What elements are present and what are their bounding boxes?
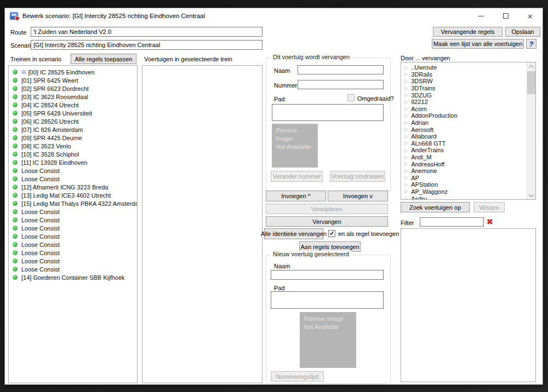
- provider-item[interactable]: ▷AndreasHoff: [401, 160, 526, 168]
- train-item[interactable]: [09] SPR 4425 Deurne: [9, 134, 137, 142]
- train-item[interactable]: Loose Consist: [9, 249, 137, 257]
- train-item[interactable]: [03] IC 3623 Roosendaal: [9, 93, 137, 101]
- expander-icon: ▷: [404, 113, 408, 118]
- provider-item[interactable]: ▷ALn668 GTT: [401, 140, 526, 147]
- naam-input[interactable]: [298, 65, 384, 74]
- train-item[interactable]: Loose Consist: [9, 166, 137, 175]
- trains-list: ▤[00] IC 28525 Eindhoven[01] SPR 6425 We…: [9, 66, 137, 281]
- train-item[interactable]: [01] SPR 6425 Weert: [9, 76, 137, 84]
- train-item[interactable]: Loose Consist: [9, 232, 137, 240]
- train-item[interactable]: [07] IC 826 Amsterdam: [9, 125, 137, 134]
- expander-icon: ▷: [404, 196, 408, 200]
- invoegen-omhoog-button[interactable]: Invoegen ^: [266, 191, 326, 201]
- provider-item[interactable]: ▷3DSRW: [401, 78, 526, 85]
- minimize-icon: [478, 16, 484, 16]
- filter-input[interactable]: [420, 217, 484, 227]
- train-item[interactable]: Loose Consist: [9, 240, 137, 249]
- preview-line1: Preview Image: [276, 126, 314, 143]
- green-bullet-icon: [13, 111, 18, 116]
- train-item[interactable]: [02] SPR 6623 Dordrecht: [9, 84, 137, 93]
- provider-item[interactable]: ▷3DRails: [401, 71, 526, 78]
- provider-item[interactable]: ▷AP_Waggonz: [401, 188, 526, 195]
- vervangende-regels-button[interactable]: Vervangende regels: [433, 27, 503, 37]
- close-button[interactable]: ×: [518, 8, 543, 24]
- train-item[interactable]: [13] Ledig Mat ICE3 4602 Utrecht: [9, 191, 137, 199]
- train-item[interactable]: [10] IC 3528 Schiphol: [9, 150, 137, 158]
- trains-listbox[interactable]: ▤[00] IC 28525 Eindhoven[01] SPR 6425 We…: [8, 65, 138, 383]
- pad-textarea[interactable]: [272, 104, 384, 121]
- en-als-regel-checkbox[interactable]: ✓: [328, 230, 335, 237]
- green-bullet-icon: [13, 275, 18, 280]
- green-bullet-icon: [13, 217, 18, 222]
- train-item[interactable]: ▤[00] IC 28525 Eindhoven: [9, 68, 137, 76]
- train-item[interactable]: [06] IC 28526 Utrecht: [9, 117, 137, 125]
- provider-item[interactable]: ▷AddonProduction: [401, 112, 526, 119]
- provider-item[interactable]: ▷AnderTrains: [401, 147, 526, 154]
- green-bullet-icon: [13, 176, 18, 181]
- new-naam-input[interactable]: [271, 270, 384, 280]
- train-item[interactable]: Loose Consist: [9, 257, 137, 265]
- wissen-button[interactable]: Wissen: [473, 202, 505, 212]
- vervangen-button[interactable]: Vervangen: [266, 216, 388, 227]
- provider-item-label: AddonProduction: [411, 112, 457, 119]
- scrollbar-thumb[interactable]: [527, 71, 535, 94]
- app-icon: [10, 12, 18, 20]
- providers-listbox[interactable]: ▷..Uwroute▷3DRails▷3DSRW▷3DTrains▷3DZUG▷…: [401, 62, 536, 200]
- alle-regels-toepassen-button[interactable]: Alle regels toepassen: [71, 54, 136, 64]
- scroll-up-button[interactable]: [527, 62, 535, 71]
- provider-item[interactable]: ▷92212: [401, 99, 526, 106]
- alle-identieke-vervangen-button[interactable]: Alle identieke vervangen: [264, 228, 323, 239]
- train-item[interactable]: [15] Ledig Mat Thalys PBKA 4322 Amsterda…: [9, 199, 137, 207]
- provider-item[interactable]: ▷APStation: [401, 181, 526, 188]
- provider-item[interactable]: ▷Aerosoft: [401, 126, 526, 133]
- omgedraaid-checkbox[interactable]: [347, 94, 355, 101]
- maximize-button[interactable]: [493, 8, 518, 24]
- zoek-voertuigen-button[interactable]: Zoek voertuigen op: [401, 202, 470, 212]
- scenario-input[interactable]: [31, 40, 262, 50]
- maak-lijst-button[interactable]: Maak een lijst van alle voertuigen: [432, 39, 524, 49]
- train-item[interactable]: [08] IC 3523 Venlo: [9, 142, 137, 150]
- train-item[interactable]: [05] SPR 6428 Universiteit: [9, 109, 137, 117]
- provider-item[interactable]: ▷Asdru: [401, 195, 526, 200]
- train-item[interactable]: [14] Goederen Container SBB Kijfhoek: [9, 273, 137, 281]
- provider-item[interactable]: ▷3DTrains: [401, 85, 526, 92]
- invoegen-omlaag-button[interactable]: Invoegen v: [328, 191, 388, 201]
- route-input[interactable]: [31, 27, 262, 37]
- train-item[interactable]: Loose Consist: [9, 224, 137, 232]
- provider-item[interactable]: ▷3DZUG: [401, 91, 526, 99]
- help-button[interactable]: ?: [526, 39, 536, 49]
- provider-item[interactable]: ▷Andi_M: [401, 154, 526, 161]
- provider-item-label: AndreasHoff: [411, 161, 444, 168]
- clear-filter-icon[interactable]: ✖: [487, 218, 493, 226]
- train-item[interactable]: [11] IC 13928 Eindhoven: [9, 158, 137, 166]
- voertuig-omdraaien-button[interactable]: Voertuig omdraaien: [330, 171, 385, 182]
- train-item[interactable]: Loose Consist: [9, 216, 137, 224]
- provider-item-label: AP: [411, 175, 419, 181]
- provider-item[interactable]: ▷Allaboard: [401, 133, 526, 140]
- trains-panel-label: Treinen in scenario: [10, 56, 61, 62]
- scroll-down-button[interactable]: [527, 191, 535, 199]
- verander-nummer-button[interactable]: Verander nummer: [271, 171, 323, 182]
- vehicles-listbox[interactable]: [142, 65, 262, 383]
- minimize-button[interactable]: [469, 8, 493, 24]
- verwijderen-button[interactable]: Verwijderen: [266, 204, 388, 214]
- provider-item[interactable]: ▷Anemone: [401, 168, 526, 175]
- provider-item-label: Allaboard: [411, 133, 436, 140]
- provider-item[interactable]: ▷AP: [401, 175, 526, 182]
- providers-scrollbar[interactable]: [527, 62, 535, 199]
- new-pad-textarea[interactable]: [271, 291, 384, 309]
- nummeringslijst-button[interactable]: Nummeringslijst: [271, 371, 324, 382]
- train-item[interactable]: [04] IC 28524 Utrecht: [9, 101, 137, 109]
- provider-item[interactable]: ▷Acorn: [401, 106, 526, 113]
- route-label: Route: [10, 29, 26, 36]
- opslaan-button[interactable]: Opslaan: [505, 27, 540, 37]
- train-item[interactable]: Loose Consist: [9, 175, 137, 183]
- provider-item[interactable]: ▷Adrian: [401, 119, 526, 126]
- train-item[interactable]: [12] Afnamerit ICNG 3223 Breda: [9, 183, 137, 191]
- provider-item[interactable]: ▷..Uwroute: [401, 64, 526, 71]
- train-item[interactable]: Loose Consist: [9, 207, 137, 216]
- search-results-listbox[interactable]: [401, 228, 536, 382]
- nummer-input[interactable]: [298, 80, 384, 89]
- train-item[interactable]: Loose Consist: [9, 265, 137, 273]
- train-item-label: Loose Consist: [21, 168, 60, 174]
